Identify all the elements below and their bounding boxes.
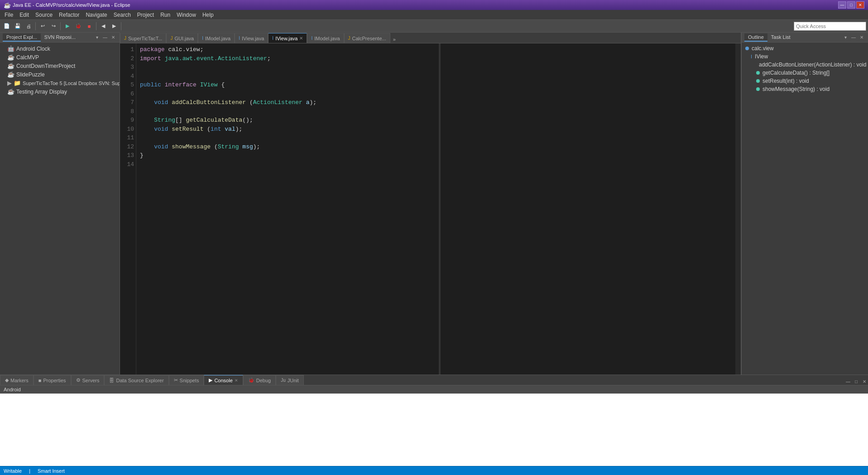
java-icon-3: ☕ (7, 71, 14, 78)
print-button[interactable]: 🖨 (24, 21, 34, 31)
tab-task-list[interactable]: Task List (767, 33, 794, 42)
menu-window[interactable]: Window (174, 11, 199, 19)
line-num-7: 7 (123, 98, 134, 107)
menu-help[interactable]: Help (200, 11, 216, 19)
tab-gui-java[interactable]: J GUI.java (166, 33, 198, 43)
menu-source[interactable]: Source (33, 11, 55, 19)
menu-project[interactable]: Project (134, 11, 157, 19)
tab-debug[interactable]: 🐞 Debug (243, 375, 276, 385)
tree-item-testing-array[interactable]: ☕ Testing Array Display (0, 87, 120, 96)
tab-properties[interactable]: ■ Properties (34, 375, 71, 385)
menu-navigate[interactable]: Navigate (83, 11, 110, 19)
menu-run[interactable]: Run (158, 11, 173, 19)
tab-markers[interactable]: ◆ Markers (0, 375, 34, 385)
tab-iview-java-active[interactable]: I IView.java ✕ (268, 33, 307, 43)
tree-item-android-clock[interactable]: 🤖 Android Clock (0, 44, 120, 53)
collapse-right-icon[interactable]: ▾ (842, 34, 849, 41)
line-numbers: 1 2 3 4 5 6 7 8 9 10 11 12 13 14 (120, 43, 136, 375)
outline-method-set[interactable]: setResult(int) : void (742, 77, 868, 85)
minimize-left-icon[interactable]: — (101, 34, 109, 41)
tab-iview-java-1[interactable]: I IView.java (235, 33, 268, 43)
console-tab-close[interactable]: ✕ (235, 378, 238, 383)
tab-outline[interactable]: Outline (744, 33, 767, 42)
bottom-tabs-bar: ◆ Markers ■ Properties ⚙ Servers 🗄 Data … (0, 375, 868, 385)
tab-svn-repos[interactable]: SVN Reposi... (41, 33, 79, 42)
tab-close-iview[interactable]: ✕ (299, 36, 303, 41)
code-editor-right (441, 43, 736, 375)
title-bar-left: ☕ Java EE - CalcMVP/src/calc/view/IView.… (4, 2, 130, 9)
editor-tabs-extra[interactable]: » (390, 36, 398, 43)
menu-edit[interactable]: Edit (17, 11, 32, 19)
menu-refactor[interactable]: Refactor (56, 11, 82, 19)
outline-tabs: Outline Task List (744, 33, 794, 42)
bottom-panel-maximize[interactable]: □ (853, 378, 860, 385)
outline-root[interactable]: calc.view (742, 44, 868, 52)
bottom-panel-close[interactable]: ✕ (861, 378, 868, 385)
collapse-left-icon[interactable]: ▾ (93, 34, 101, 41)
undo-button[interactable]: ↩ (38, 21, 48, 31)
center-panel: J SuperTicTacT... J GUI.java I IModel.ja… (120, 33, 741, 375)
maximize-button[interactable]: □ (847, 1, 855, 9)
interface-icon: I (751, 54, 752, 59)
menu-file[interactable]: File (2, 11, 16, 19)
android-icon: 🤖 (7, 45, 14, 52)
close-left-icon[interactable]: ✕ (110, 34, 117, 41)
interface-tab-icon-3: I (272, 36, 273, 41)
editors-area: Project Expl... SVN Reposi... ▾ — ✕ 🤖 An… (0, 33, 868, 375)
code-line-12: void showMessage (String msg); (140, 142, 435, 152)
back-button[interactable]: ◀ (98, 21, 108, 31)
tab-imodel-java-2[interactable]: I IModel.java (307, 33, 344, 43)
tab-servers[interactable]: ⚙ Servers (71, 375, 105, 385)
code-line-1: package calc.view; (140, 45, 435, 54)
tree-item-supertictactoe[interactable]: ▶ 📁 SuperTicTacToe 5 [Local Dropbox SVN:… (0, 79, 120, 87)
save-button[interactable]: 💾 (13, 21, 23, 31)
interface-tab-icon: I (202, 36, 203, 41)
outline-iview[interactable]: I IView (742, 52, 868, 61)
redo-button[interactable]: ↪ (48, 21, 58, 31)
left-panel: Project Expl... SVN Reposi... ▾ — ✕ 🤖 An… (0, 33, 120, 375)
tab-snippets[interactable]: ✂ Snippets (169, 375, 204, 385)
minimize-button[interactable]: — (838, 1, 846, 9)
code-line-13: } (140, 151, 435, 160)
right-panel-header: Outline Task List ▾ — ✕ (742, 33, 868, 43)
bottom-panel-minimize[interactable]: — (844, 378, 852, 385)
tree-item-countdown[interactable]: ☕ CountDownTimerProject (0, 62, 120, 70)
code-line-5: public interface IView { (140, 81, 435, 90)
new-button[interactable]: 📄 (2, 21, 12, 31)
right-panel: Outline Task List ▾ — ✕ calc.view I IVie… (741, 33, 868, 375)
editor-scrollbar[interactable] (735, 43, 741, 375)
quick-access-input[interactable]: Quick Access (794, 22, 866, 31)
menu-search[interactable]: Search (111, 11, 134, 19)
outline-method-add[interactable]: addCalcButtonListener(ActionListener) : … (742, 61, 868, 69)
debug-button[interactable]: 🐞 (73, 21, 83, 31)
line-num-4: 4 (123, 72, 134, 81)
outline-method-show[interactable]: showMessage(String) : void (742, 85, 868, 93)
console-icon: ▶ (209, 377, 212, 383)
tab-junit[interactable]: Ju JUnit (276, 375, 304, 385)
code-line-14 (140, 160, 435, 169)
bottom-panel-controls: — □ ✕ (844, 378, 868, 385)
forward-button[interactable]: ▶ (109, 21, 119, 31)
tab-console[interactable]: ▶ Console ✕ (204, 375, 243, 385)
minimize-right-icon[interactable]: — (850, 34, 857, 41)
tab-supertictactoe[interactable]: J SuperTicTacT... (120, 33, 166, 43)
tab-project-explorer[interactable]: Project Expl... (3, 33, 41, 42)
run-button[interactable]: ▶ (62, 21, 72, 31)
outline-method-get[interactable]: getCalculateData() : String[] (742, 69, 868, 77)
line-num-3: 3 (123, 63, 134, 72)
code-line-10: void setResult (int val); (140, 125, 435, 134)
close-right-icon[interactable]: ✕ (858, 34, 865, 41)
tree-item-calcmvp[interactable]: ☕ CalcMVP (0, 53, 120, 62)
tab-datasource[interactable]: 🗄 Data Source Explorer (104, 375, 168, 385)
stop-button[interactable]: ■ (84, 21, 94, 31)
console-content[interactable] (0, 394, 868, 466)
toolbar-sep-4 (121, 22, 121, 30)
tab-imodel-java[interactable]: I IModel.java (198, 33, 235, 43)
tree-item-slidepuzzle[interactable]: ☕ SlidePuzzle (0, 70, 120, 79)
code-content[interactable]: package calc.view; import java.awt.event… (136, 43, 439, 375)
project-tree: 🤖 Android Clock ☕ CalcMVP ☕ CountDownTim… (0, 43, 120, 375)
toolbar: 📄 💾 🖨 ↩ ↪ ▶ 🐞 ■ ◀ ▶ Quick Access (0, 20, 868, 33)
close-button[interactable]: ✕ (856, 1, 864, 9)
tab-calcpresenter[interactable]: J CalcPresente... (344, 33, 390, 43)
java-icon: ☕ (7, 54, 14, 61)
